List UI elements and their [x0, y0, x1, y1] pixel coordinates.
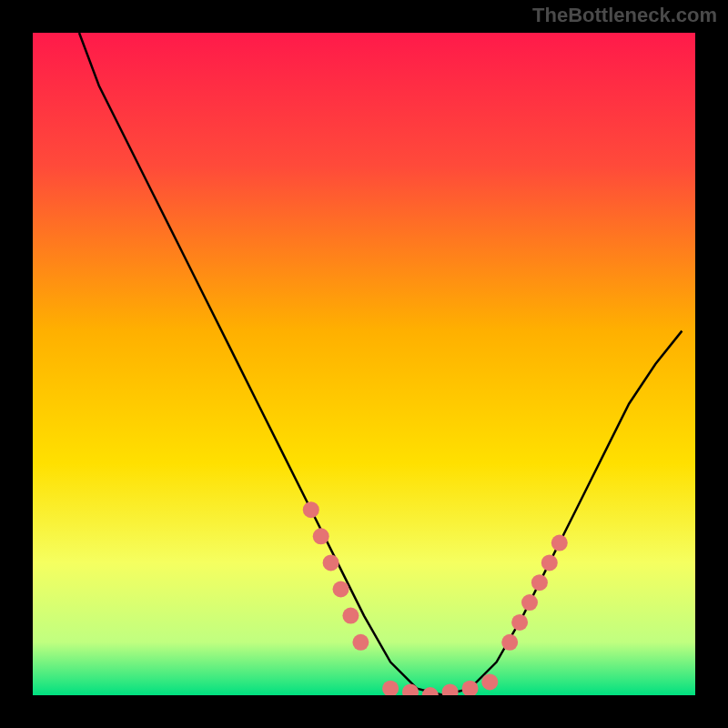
marker-point	[342, 608, 359, 624]
plot-area	[33, 33, 695, 695]
marker-point	[541, 554, 558, 571]
chart-svg	[33, 33, 695, 695]
marker-point	[313, 528, 329, 544]
watermark-text: TheBottleneck.com	[532, 4, 717, 27]
marker-point	[511, 614, 528, 631]
marker-point	[531, 574, 548, 591]
marker-point	[303, 501, 319, 518]
marker-point	[481, 673, 498, 690]
marker-point	[333, 581, 349, 598]
marker-point	[352, 634, 369, 651]
marker-point	[551, 535, 568, 551]
marker-point	[501, 634, 518, 651]
gradient-background	[33, 33, 695, 695]
marker-point	[521, 594, 538, 611]
marker-point	[323, 554, 339, 571]
